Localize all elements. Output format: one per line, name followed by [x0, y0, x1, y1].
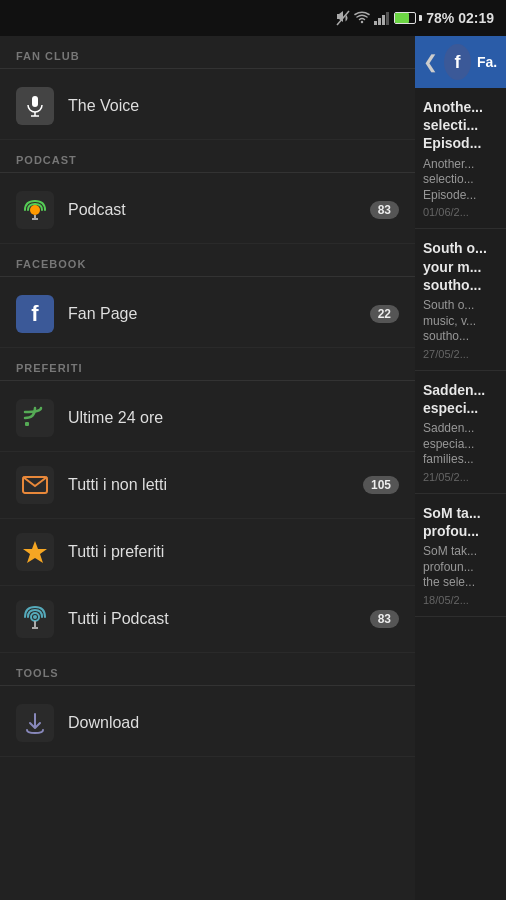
feed-excerpt-4: SoM tak...profoun...the sele... — [423, 544, 498, 591]
feed-item-1[interactable]: Anothe...selecti...Episod... Another...s… — [415, 88, 506, 229]
tutti-non-letti-label: Tutti i non letti — [68, 476, 363, 494]
tutti-podcast-badge: 83 — [370, 610, 399, 628]
divider-tools — [0, 685, 415, 686]
fan-page-badge: 22 — [370, 305, 399, 323]
facebook-icon: f — [16, 295, 54, 333]
right-panel: ❮ f Fa... Anothe...selecti...Episod... A… — [415, 36, 506, 900]
section-header-podcast: PODCAST — [0, 140, 415, 172]
fb-avatar: f — [444, 44, 471, 80]
feed-item-3[interactable]: Sadden...especi... Sadden...especia...fa… — [415, 371, 506, 494]
feed-date-4: 18/05/2... — [423, 594, 498, 606]
podcast-icon — [16, 191, 54, 229]
status-icons: 78% 02:19 — [336, 10, 494, 26]
divider-fan-club — [0, 68, 415, 69]
divider-podcast — [0, 172, 415, 173]
download-icon — [16, 704, 54, 742]
sidebar-item-the-voice[interactable]: The Voice — [0, 73, 415, 140]
section-header-fan-club: FAN CLUB — [0, 36, 415, 68]
svg-rect-1 — [374, 21, 377, 25]
feed-excerpt-3: Sadden...especia...families... — [423, 421, 498, 468]
feed-date-2: 27/05/2... — [423, 348, 498, 360]
svg-rect-4 — [386, 12, 389, 25]
sidebar-item-fan-page[interactable]: f Fan Page 22 — [0, 281, 415, 348]
divider-preferiti — [0, 380, 415, 381]
svg-point-15 — [33, 615, 37, 619]
clock: 02:19 — [458, 10, 494, 26]
unread-icon — [16, 466, 54, 504]
sidebar-item-tutti-non-letti[interactable]: Tutti i non letti 105 — [0, 452, 415, 519]
status-bar: 78% 02:19 — [0, 0, 506, 36]
main-layout: FAN CLUB The Voice PODCAST — [0, 36, 506, 900]
feed-date-3: 21/05/2... — [423, 471, 498, 483]
podcast-badge: 83 — [370, 201, 399, 219]
tutti-podcast-label: Tutti i Podcast — [68, 610, 370, 628]
download-label: Download — [68, 714, 399, 732]
mute-icon — [336, 10, 350, 26]
podcast-label: Podcast — [68, 201, 370, 219]
sidebar-item-tutti-preferiti[interactable]: Tutti i preferiti — [0, 519, 415, 586]
feed-title-3: Sadden...especi... — [423, 381, 498, 417]
svg-rect-3 — [382, 15, 385, 25]
the-voice-label: The Voice — [68, 97, 399, 115]
right-panel-header: ❮ f Fa... — [415, 36, 506, 88]
podcast2-icon — [16, 600, 54, 638]
mic-icon — [16, 87, 54, 125]
svg-rect-5 — [32, 96, 38, 107]
feed-title-1: Anothe...selecti...Episod... — [423, 98, 498, 153]
sidebar-item-ultime-24-ore[interactable]: Ultime 24 ore — [0, 385, 415, 452]
svg-point-8 — [30, 205, 40, 215]
back-arrow-icon[interactable]: ❮ — [423, 51, 438, 73]
battery-percent: 78% — [426, 10, 454, 26]
svg-rect-2 — [378, 18, 381, 25]
divider-facebook — [0, 276, 415, 277]
feed-title-4: SoM ta...profou... — [423, 504, 498, 540]
fan-page-label: Fan Page — [68, 305, 370, 323]
feed-excerpt-2: South o...music, v...southo... — [423, 298, 498, 345]
feed-title-2: South o...your m...southo... — [423, 239, 498, 294]
wifi-icon — [354, 11, 370, 25]
section-header-preferiti: PREFERITI — [0, 348, 415, 380]
tutti-non-letti-badge: 105 — [363, 476, 399, 494]
rss-icon — [16, 399, 54, 437]
feed-date-1: 01/06/2... — [423, 206, 498, 218]
sidebar-item-tutti-podcast[interactable]: Tutti i Podcast 83 — [0, 586, 415, 653]
sidebar-item-download[interactable]: Download — [0, 690, 415, 757]
tutti-preferiti-label: Tutti i preferiti — [68, 543, 399, 561]
section-header-facebook: FACEBOOK — [0, 244, 415, 276]
right-panel-title: Fa... — [477, 54, 498, 70]
feed-item-4[interactable]: SoM ta...profou... SoM tak...profoun...t… — [415, 494, 506, 617]
battery-icon — [394, 12, 422, 24]
sidebar: FAN CLUB The Voice PODCAST — [0, 36, 415, 900]
feed-excerpt-1: Another...selectio...Episode... — [423, 157, 498, 204]
sidebar-item-podcast[interactable]: Podcast 83 — [0, 177, 415, 244]
star-icon — [16, 533, 54, 571]
feed-item-2[interactable]: South o...your m...southo... South o...m… — [415, 229, 506, 370]
ultime-24-ore-label: Ultime 24 ore — [68, 409, 399, 427]
signal-icon — [374, 11, 390, 25]
svg-rect-11 — [25, 422, 29, 426]
svg-marker-13 — [23, 541, 47, 563]
section-header-tools: TOOLS — [0, 653, 415, 685]
